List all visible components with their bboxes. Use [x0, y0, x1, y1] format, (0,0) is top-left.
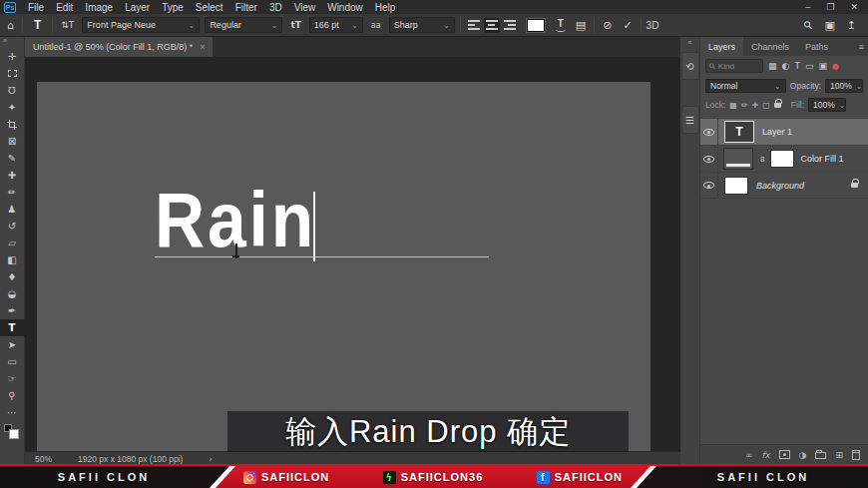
eyedropper-tool[interactable]: ✎ — [0, 150, 25, 167]
menu-filter[interactable]: Filter — [229, 2, 263, 13]
text-color-swatch[interactable] — [527, 19, 545, 32]
marquee-tool[interactable] — [0, 65, 25, 82]
lasso-tool[interactable]: ℧ — [0, 82, 25, 99]
hand-tool[interactable]: ☞ — [0, 370, 25, 387]
menu-layer[interactable]: Layer — [119, 2, 156, 13]
layer-style-icon[interactable]: fx — [762, 450, 770, 460]
layer-name[interactable]: Background — [756, 181, 804, 191]
frame-tool[interactable]: ⊠ — [0, 133, 25, 150]
filter-kind-search[interactable]: ⚲ Kind — [705, 59, 763, 73]
filter-toggle-icon[interactable]: ● — [832, 62, 839, 71]
add-mask-icon[interactable] — [779, 450, 790, 459]
font-family-dropdown[interactable]: Front Page Neue ⌄ — [82, 17, 200, 33]
menu-3d[interactable]: 3D — [263, 2, 288, 13]
clone-stamp-tool[interactable]: ♟ — [0, 201, 25, 218]
rectangle-tool[interactable]: ▭ — [0, 353, 25, 370]
filter-adjustment-icon[interactable]: ◐ — [782, 61, 790, 71]
visibility-toggle[interactable] — [700, 119, 718, 145]
path-selection-tool[interactable]: ➤ — [0, 336, 25, 353]
panel-menu-icon[interactable]: ≡ — [859, 42, 864, 52]
lock-transparent-icon[interactable]: ▦ — [729, 101, 737, 110]
foreground-color-swatch[interactable] — [9, 429, 19, 439]
toggle-panels-icon[interactable]: ▤ — [573, 19, 589, 32]
background-layer-thumbnail[interactable] — [724, 177, 748, 195]
visibility-toggle[interactable] — [700, 146, 718, 172]
menu-view[interactable]: View — [288, 2, 322, 13]
blend-mode-dropdown[interactable]: Normal ⌄ — [705, 79, 786, 93]
align-right-button[interactable] — [502, 18, 518, 33]
text-orientation-icon[interactable]: ⇅T — [58, 20, 77, 30]
visibility-toggle[interactable] — [700, 173, 718, 198]
filter-shape-icon[interactable]: ▭ — [805, 61, 814, 71]
workspace-icon[interactable]: ▣ — [824, 19, 834, 32]
expand-panels-icon[interactable]: « — [680, 39, 699, 46]
crop-tool[interactable] — [0, 116, 25, 133]
fill-dropdown[interactable]: 100% ⌄ — [808, 98, 846, 112]
menu-edit[interactable]: Edit — [50, 2, 79, 13]
delete-layer-icon[interactable] — [852, 450, 860, 460]
align-center-button[interactable] — [484, 18, 500, 33]
new-layer-icon[interactable]: ⊞ — [835, 450, 843, 460]
new-group-icon[interactable] — [815, 452, 826, 459]
tab-close-icon[interactable]: × — [200, 42, 205, 52]
menu-window[interactable]: Window — [321, 2, 369, 13]
layer-row-text[interactable]: T Layer 1 — [700, 118, 868, 145]
lock-pixels-icon[interactable]: ✏ — [741, 101, 748, 110]
canvas[interactable]: Rain — [37, 82, 651, 451]
adjustment-layer-icon[interactable]: ◑ — [799, 450, 807, 460]
cancel-edits-icon[interactable]: ⊘ — [600, 19, 615, 32]
share-icon[interactable]: ↥ — [847, 19, 856, 32]
move-tool[interactable]: ✛ — [0, 48, 25, 65]
color-swatches[interactable] — [3, 424, 21, 442]
anti-alias-dropdown[interactable]: Sharp ⌄ — [389, 17, 455, 33]
opacity-dropdown[interactable]: 100% ⌄ — [825, 79, 863, 93]
brush-tool[interactable]: ✏ — [0, 184, 25, 201]
menu-type[interactable]: Type — [156, 2, 190, 13]
tab-paths[interactable]: Paths — [797, 37, 836, 56]
layer-row-background[interactable]: Background — [700, 172, 868, 199]
zoom-level[interactable]: 50% — [35, 454, 52, 464]
layer-name[interactable]: Color Fill 1 — [800, 154, 843, 164]
filter-type-icon[interactable]: T — [794, 61, 800, 71]
pen-tool[interactable]: ✒ — [0, 302, 25, 319]
blur-tool[interactable]: ♦ — [0, 268, 25, 285]
fill-layer-thumbnail[interactable] — [723, 148, 753, 170]
status-chevron-icon[interactable]: › — [209, 454, 212, 464]
toolbar-expand-icon[interactable]: » — [0, 37, 24, 48]
filter-image-icon[interactable]: ▦ — [768, 61, 777, 71]
lock-artboard-icon[interactable]: ▢ — [762, 101, 770, 110]
gradient-tool[interactable]: ◧ — [0, 251, 25, 268]
close-button[interactable]: ✕ — [850, 2, 858, 12]
lock-all-icon[interactable] — [774, 103, 781, 108]
3d-mode-label[interactable]: 3D — [647, 20, 659, 31]
tab-layers[interactable]: Layers — [700, 37, 743, 56]
quick-selection-tool[interactable]: ✦ — [0, 99, 25, 116]
menu-file[interactable]: File — [22, 2, 50, 13]
link-layers-icon[interactable]: ∞ — [745, 450, 753, 460]
properties-panel-button[interactable]: ☰ — [681, 106, 699, 134]
commit-edits-icon[interactable]: ✓ — [620, 19, 635, 32]
text-layer-thumbnail[interactable]: T — [724, 121, 754, 143]
history-panel-button[interactable]: ⟲ — [681, 52, 699, 80]
type-tool[interactable]: T — [0, 319, 25, 336]
dodge-tool[interactable]: ◒ — [0, 285, 25, 302]
layer-row-color-fill[interactable]: 8 Color Fill 1 — [700, 145, 868, 172]
home-icon[interactable]: ⌂ — [4, 19, 17, 32]
search-icon[interactable]: ⚲ — [801, 18, 816, 33]
tab-channels[interactable]: Channels — [743, 37, 797, 56]
font-size-dropdown[interactable]: 166 pt ⌄ — [309, 17, 363, 33]
layer-mask-thumbnail[interactable] — [770, 150, 794, 168]
layer-name[interactable]: Layer 1 — [762, 127, 792, 137]
history-brush-tool[interactable]: ↺ — [0, 218, 25, 235]
restore-button[interactable]: ❐ — [826, 2, 834, 12]
filter-smart-object-icon[interactable]: ▣ — [818, 61, 827, 71]
menu-help[interactable]: Help — [369, 2, 402, 13]
lock-position-icon[interactable]: ✛ — [752, 101, 759, 110]
document-tab[interactable]: Untitled-1 @ 50% (Color Fill 1, RGB/8) *… — [25, 37, 213, 57]
align-left-button[interactable] — [466, 18, 482, 33]
menu-select[interactable]: Select — [190, 2, 229, 13]
eraser-tool[interactable]: ▱ — [0, 235, 25, 251]
font-style-dropdown[interactable]: Regular ⌄ — [205, 17, 282, 33]
edit-toolbar-button[interactable]: ⋯ — [0, 404, 25, 421]
minimize-button[interactable]: – — [805, 2, 810, 12]
